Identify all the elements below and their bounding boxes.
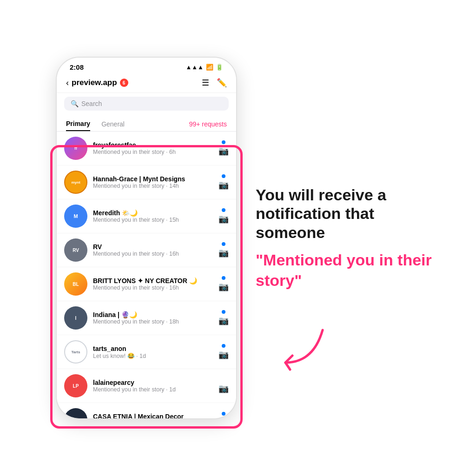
message-preview: Mentioned you in their story · 16h	[93, 284, 215, 291]
message-item[interactable]: mynt Hannah-Grace | Mynt Designs Mention…	[57, 165, 236, 199]
avatar-initials: Tarts	[72, 350, 80, 354]
sender-name: BRITT LYONS ✦ NY CREATOR 🌙	[93, 277, 215, 284]
camera-icon: 📷	[218, 383, 229, 394]
sender-name: Meredith 🌤️🌙	[93, 209, 215, 217]
message-meta: 📷	[218, 378, 229, 394]
sender-name: CASA ETNIA | Mexican Decor	[93, 413, 215, 418]
message-item[interactable]: CE CASA ETNIA | Mexican Decor Replied to…	[57, 403, 236, 418]
message-meta: 📷	[218, 174, 229, 190]
unread-dot	[222, 140, 225, 144]
message-preview: Mentioned you in their story · 18h	[93, 318, 215, 325]
avatar: I	[64, 306, 87, 330]
status-time: 2:08	[70, 63, 84, 71]
nav-right: ☰ ✏️	[202, 78, 227, 88]
message-meta: 📷	[218, 140, 229, 156]
message-preview: Mentioned you in their story · 1d	[93, 386, 215, 393]
message-item[interactable]: ff freyaforestfae Mentioned you in their…	[57, 132, 236, 165]
nav-badge: 6	[120, 79, 128, 87]
arrow-icon	[276, 325, 332, 372]
unread-dot	[222, 344, 225, 348]
phone-wrapper: 2:08 ▲▲▲ 📶 🔋 ‹ preview.app 6	[56, 57, 237, 419]
nav-title: preview.app	[72, 78, 117, 87]
camera-icon: 📷	[218, 316, 229, 326]
wifi-icon: 📶	[206, 64, 213, 71]
sender-name: freyaforestfae	[93, 141, 215, 149]
nav-bar: ‹ preview.app 6 ☰ ✏️	[57, 74, 236, 93]
message-item[interactable]: BL BRITT LYONS ✦ NY CREATOR 🌙 Mentioned …	[57, 267, 236, 301]
message-item[interactable]: RV RV Mentioned you in their story · 16h…	[57, 233, 236, 267]
avatar: Tarts	[64, 340, 87, 364]
camera-icon: 📷	[218, 146, 229, 156]
message-meta: 📷	[218, 412, 229, 418]
avatar-initials: LP	[73, 383, 79, 389]
camera-icon: 📷	[218, 214, 229, 224]
message-item[interactable]: M Meredith 🌤️🌙 Mentioned you in their st…	[57, 199, 236, 233]
avatar: LP	[64, 374, 87, 397]
nav-left: ‹ preview.app 6	[66, 78, 128, 88]
sender-name: lalainepearcy	[93, 379, 215, 386]
avatar-initials: BL	[73, 282, 79, 287]
scene: 2:08 ▲▲▲ 📶 🔋 ‹ preview.app 6	[0, 0, 476, 476]
phone-screen: 2:08 ▲▲▲ 📶 🔋 ‹ preview.app 6	[57, 58, 236, 418]
message-content: Hannah-Grace | Mynt Designs Mentioned yo…	[93, 175, 215, 189]
camera-icon: 📷	[218, 180, 229, 190]
back-button[interactable]: ‹	[66, 78, 69, 88]
sender-name: RV	[93, 243, 215, 251]
message-meta: 📷	[218, 310, 229, 326]
message-meta: 📷	[218, 208, 229, 224]
message-content: RV Mentioned you in their story · 16h	[93, 243, 215, 257]
message-preview: Mentioned you in their story · 16h	[93, 251, 215, 257]
message-item[interactable]: LP lalainepearcy Mentioned you in their …	[57, 369, 236, 403]
message-content: lalainepearcy Mentioned you in their sto…	[93, 379, 215, 393]
tab-primary[interactable]: Primary	[66, 117, 90, 131]
message-content: BRITT LYONS ✦ NY CREATOR 🌙 Mentioned you…	[93, 277, 215, 291]
message-item[interactable]: Tarts tarts_anon Let us know! 😂 · 1d 📷	[57, 335, 236, 369]
avatar: M	[64, 205, 87, 228]
sender-name: Hannah-Grace | Mynt Designs	[93, 175, 215, 183]
message-preview: Let us know! 😂 · 1d	[93, 352, 215, 359]
tab-requests[interactable]: 99+ requests	[189, 118, 227, 131]
avatar-initials: I	[75, 316, 77, 321]
message-meta: 📷	[218, 276, 229, 292]
unread-dot	[222, 242, 225, 246]
message-preview: Mentioned you in their story · 14h	[93, 183, 215, 189]
arrow-container	[276, 325, 332, 374]
list-icon[interactable]: ☰	[202, 78, 209, 88]
unread-dot	[222, 276, 225, 280]
status-bar: 2:08 ▲▲▲ 📶 🔋	[57, 58, 236, 74]
search-bar-row: 🔍 Search	[57, 93, 236, 114]
message-meta: 📷	[218, 344, 229, 360]
avatar-initials: M	[73, 213, 78, 219]
tabs-row: Primary General 99+ requests	[57, 114, 236, 132]
avatar: CE	[64, 408, 87, 418]
avatar: BL	[64, 272, 87, 296]
message-meta: 📷	[218, 242, 229, 258]
message-content: Indiana | 🔮🌙 Mentioned you in their stor…	[93, 311, 215, 325]
avatar-initials: ff	[74, 146, 77, 151]
message-content: CASA ETNIA | Mexican Decor Replied to yo…	[93, 413, 215, 418]
sender-name: tarts_anon	[93, 345, 215, 352]
camera-icon: 📷	[218, 350, 229, 360]
tab-general[interactable]: General	[101, 118, 125, 131]
edit-icon[interactable]: ✏️	[217, 78, 227, 88]
message-list: ff freyaforestfae Mentioned you in their…	[57, 132, 236, 418]
message-content: tarts_anon Let us know! 😂 · 1d	[93, 345, 215, 359]
unread-dot	[222, 412, 225, 416]
camera-icon: 📷	[218, 248, 229, 258]
avatar: ff	[64, 137, 87, 160]
camera-icon: 📷	[218, 282, 229, 292]
message-item[interactable]: I Indiana | 🔮🌙 Mentioned you in their st…	[57, 301, 236, 335]
right-panel: You will receive a notification that som…	[237, 185, 448, 291]
phone-content: 2:08 ▲▲▲ 📶 🔋 ‹ preview.app 6	[57, 58, 236, 418]
sender-name: Indiana | 🔮🌙	[93, 311, 215, 318]
battery-icon: 🔋	[216, 64, 223, 71]
avatar-initials: RV	[73, 248, 79, 253]
unread-dot	[222, 208, 225, 212]
message-content: freyaforestfae Mentioned you in their st…	[93, 141, 215, 155]
search-icon: 🔍	[71, 100, 79, 107]
search-bar[interactable]: 🔍 Search	[64, 97, 229, 111]
status-icons: ▲▲▲ 📶 🔋	[185, 64, 223, 71]
signal-icon: ▲▲▲	[185, 64, 204, 71]
message-preview: Mentioned you in their story · 15h	[93, 217, 215, 223]
avatar: RV	[64, 238, 87, 262]
